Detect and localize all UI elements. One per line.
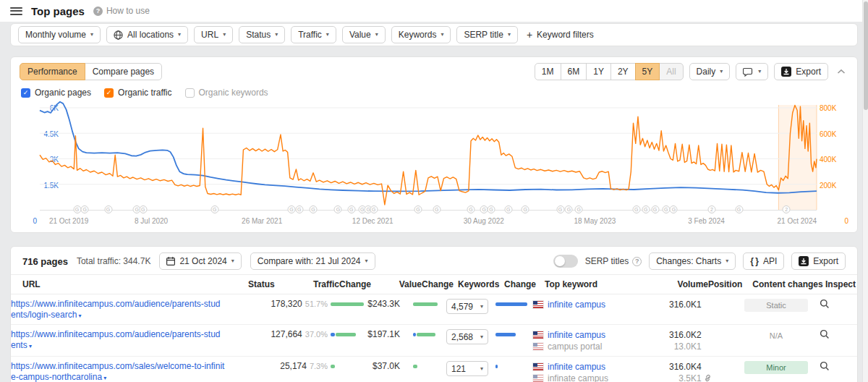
- google-update-icon[interactable]: G: [565, 205, 573, 213]
- google-update-icon[interactable]: G: [575, 205, 583, 213]
- filter-button-keywords[interactable]: Keywords▾: [391, 26, 451, 43]
- compare-with-button[interactable]: Compare with: 21 Jul 2024 ▾: [250, 252, 375, 270]
- column-header-volume[interactable]: Volume: [666, 275, 708, 294]
- filter-button-traffic[interactable]: Traffic▾: [291, 26, 336, 43]
- filter-label: Value: [349, 30, 371, 40]
- tab-performance[interactable]: Performance: [20, 63, 85, 80]
- page-url-link[interactable]: https://www.infinitecampus.com/audience/…: [11, 299, 237, 321]
- keywords-dropdown[interactable]: 4,579▾: [446, 299, 488, 314]
- google-update-icon[interactable]: G: [414, 205, 422, 213]
- google-update-icon[interactable]: G: [556, 205, 564, 213]
- top-keyword-line: campus portal: [533, 341, 655, 352]
- date-select-button[interactable]: 21 Oct 2024 ▾: [159, 252, 241, 270]
- google-update-icon[interactable]: G: [287, 205, 295, 213]
- google-update-icon[interactable]: G: [139, 205, 147, 213]
- inspect-button[interactable]: [814, 329, 835, 341]
- google-update-icon[interactable]: G: [651, 205, 659, 213]
- google-update-icon[interactable]: G: [504, 205, 512, 213]
- google-update-icon[interactable]: G: [433, 205, 441, 213]
- chart-plot-area[interactable]: [40, 108, 817, 211]
- keywords-dropdown[interactable]: 121▾: [446, 361, 488, 376]
- google-update-icon[interactable]: G: [81, 205, 89, 213]
- inspect-button[interactable]: [814, 361, 835, 373]
- top-keyword-link[interactable]: infinite campus: [548, 330, 605, 340]
- right-axis-tick: 200K: [820, 182, 848, 190]
- inspect-button[interactable]: [814, 299, 835, 311]
- google-update-icon[interactable]: G: [73, 205, 81, 213]
- top-keyword-link[interactable]: infinite campus: [548, 300, 605, 310]
- legend-checkbox-organic-pages[interactable]: ✓Organic pages: [21, 88, 91, 98]
- range-button-1y[interactable]: 1Y: [586, 63, 611, 80]
- scrollbar-thumb[interactable]: [864, 1, 868, 110]
- collapse-chart-icon[interactable]: [834, 67, 848, 76]
- column-header-change[interactable]: Change: [422, 275, 458, 294]
- google-update-icon[interactable]: G: [642, 205, 650, 213]
- table-export-button[interactable]: Export: [791, 252, 846, 270]
- value-cell: $37.0K: [364, 361, 410, 371]
- google-update-icon[interactable]: G: [347, 205, 355, 213]
- filter-button-url[interactable]: URL▾: [194, 26, 233, 43]
- legend-checkbox-organic-keywords[interactable]: Organic keywords: [185, 88, 268, 98]
- column-header-change[interactable]: Change: [504, 275, 545, 294]
- range-button-2y[interactable]: 2Y: [610, 63, 636, 80]
- calendar-icon: [166, 257, 175, 266]
- column-header-content-changes[interactable]: Content changes: [750, 275, 825, 294]
- column-header-inspect[interactable]: Inspect: [825, 275, 847, 294]
- column-header-top-keyword[interactable]: Top keyword: [545, 275, 666, 294]
- range-button-6m[interactable]: 6M: [561, 63, 587, 80]
- top-keyword-link[interactable]: infinite campus: [548, 362, 605, 372]
- column-header-traffic[interactable]: Traffic: [280, 275, 339, 294]
- caret-down-icon: ▾: [231, 258, 234, 264]
- google-update-icon[interactable]: G: [370, 205, 378, 213]
- page-url-link[interactable]: https://www.infinitecampus.com/sales/wel…: [11, 361, 237, 382]
- filter-button-monthly-volume[interactable]: Monthly volume▾: [18, 26, 101, 43]
- google-update-icon[interactable]: G: [104, 205, 112, 213]
- content-changes-cell: Static: [739, 299, 814, 312]
- serp-titles-toggle[interactable]: [553, 255, 578, 268]
- page-url-link[interactable]: https://www.infinitecampus.com/audience/…: [11, 329, 237, 351]
- filter-button-status[interactable]: Status▾: [239, 26, 285, 43]
- tab-compare-pages[interactable]: Compare pages: [85, 63, 162, 80]
- caret-down-icon: ▾: [90, 32, 93, 38]
- google-update-icon[interactable]: G: [662, 205, 670, 213]
- page-url: https://www.infinitecampus.com/audience/…: [11, 299, 220, 320]
- keywords-count: 2,568: [451, 332, 473, 342]
- update-marker-2-icon[interactable]: 2: [708, 205, 716, 213]
- changes-select[interactable]: Changes: Charts ▾: [649, 252, 736, 270]
- api-button[interactable]: { } API: [743, 252, 784, 270]
- legend-checkbox-organic-traffic[interactable]: ✓Organic traffic: [104, 88, 171, 98]
- google-update-icon[interactable]: G: [522, 205, 529, 213]
- chart-legend: ✓Organic pages✓Organic trafficOrganic ke…: [11, 80, 857, 98]
- scrollbar-track[interactable]: [862, 0, 868, 382]
- column-header-change[interactable]: Change: [339, 275, 375, 294]
- google-update-icon[interactable]: G: [735, 205, 743, 213]
- hamburger-menu-icon[interactable]: [10, 7, 22, 15]
- filter-button-serp-title[interactable]: SERP title▾: [456, 26, 517, 43]
- column-header-url[interactable]: URL: [22, 275, 248, 294]
- notes-button[interactable]: ▾: [736, 63, 768, 80]
- column-header-status[interactable]: Status: [248, 275, 280, 294]
- column-header-keywords[interactable]: Keywords: [458, 275, 504, 294]
- google-update-icon[interactable]: G: [210, 205, 218, 213]
- google-update-icon[interactable]: G: [670, 205, 678, 213]
- how-to-use-link[interactable]: ? How to use: [93, 6, 150, 16]
- update-marker-2-icon[interactable]: 2: [783, 205, 791, 213]
- chart-export-button[interactable]: Export: [774, 63, 828, 80]
- link-icon[interactable]: [703, 373, 712, 382]
- google-update-icon[interactable]: G: [467, 205, 475, 213]
- add-keyword-filters-button[interactable]: + Keyword filters: [527, 29, 594, 41]
- google-update-icon[interactable]: G: [487, 205, 495, 213]
- range-button-1m[interactable]: 1M: [535, 63, 561, 80]
- google-update-icon[interactable]: G: [295, 205, 303, 213]
- google-update-icon[interactable]: G: [632, 205, 640, 213]
- filter-button-all-locations[interactable]: All locations▾: [106, 26, 188, 43]
- column-header-value[interactable]: Value: [375, 275, 422, 294]
- range-button-5y[interactable]: 5Y: [635, 63, 660, 80]
- google-update-icon[interactable]: G: [334, 205, 342, 213]
- traffic-change-cell: [328, 299, 364, 310]
- google-update-icon[interactable]: G: [310, 205, 318, 213]
- keywords-dropdown[interactable]: 2,568▾: [446, 329, 488, 344]
- filter-button-value[interactable]: Value▾: [342, 26, 386, 43]
- column-header-position[interactable]: Position: [708, 275, 750, 294]
- granularity-select[interactable]: Daily ▾: [689, 63, 731, 80]
